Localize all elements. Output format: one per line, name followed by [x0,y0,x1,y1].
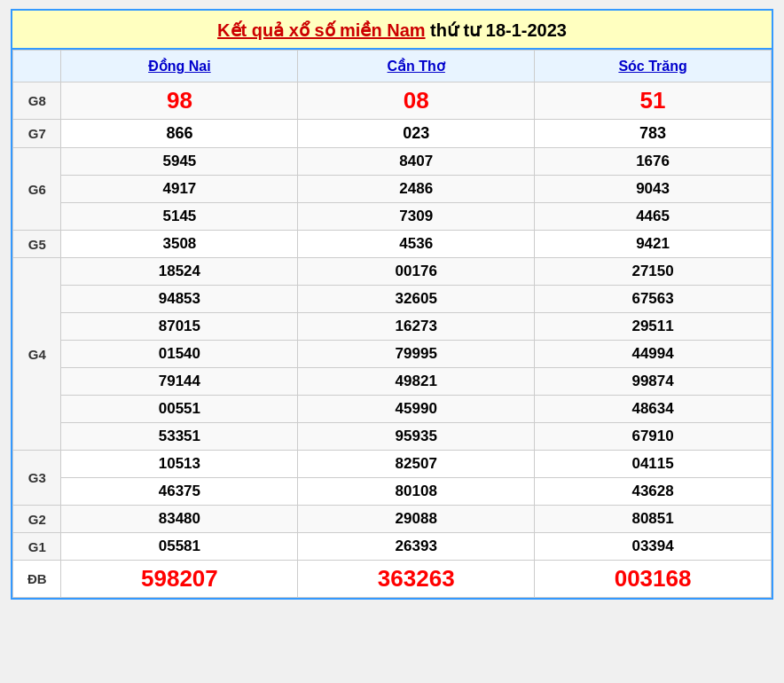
g6-label: G6 [13,148,61,231]
g4-can-tho-7: 95935 [298,423,535,451]
g8-label: G8 [13,82,61,120]
main-container: Kết quả xổ số miền Nam thứ tư 18-1-2023 … [11,9,773,600]
table-row-g4-5: 79144 49821 99874 [13,368,772,396]
g6-can-tho-2: 2486 [298,176,535,203]
g4-soc-trang-7: 67910 [535,423,772,451]
table-row-g6-3: 5145 7309 4465 [13,203,772,231]
g8-can-tho: 08 [298,82,535,120]
g6-soc-trang-2: 9043 [535,176,772,203]
table-row-g3-2: 46375 80108 43628 [13,478,772,506]
g4-soc-trang-6: 48634 [535,396,772,423]
g6-dong-nai-1: 5945 [61,148,298,176]
g6-can-tho-3: 7309 [298,203,535,231]
g7-label: G7 [13,120,61,148]
g1-dong-nai: 05581 [61,533,298,561]
g4-soc-trang-4: 44994 [535,341,772,368]
g7-dong-nai: 866 [61,120,298,148]
g4-dong-nai-7: 53351 [61,423,298,451]
g3-dong-nai-2: 46375 [61,478,298,506]
g2-soc-trang: 80851 [535,506,772,533]
g4-dong-nai-2: 94853 [61,286,298,313]
g4-dong-nai-5: 79144 [61,368,298,396]
g4-soc-trang-2: 67563 [535,286,772,313]
g7-soc-trang: 783 [535,120,772,148]
g4-soc-trang-1: 27150 [535,258,772,286]
g6-soc-trang-3: 4465 [535,203,772,231]
table-row-g1: G1 05581 26393 03394 [13,533,772,561]
table-row-g3-1: G3 10513 82507 04115 [13,451,772,478]
col-header-label [13,51,61,82]
g4-label: G4 [13,258,61,451]
g4-can-tho-6: 45990 [298,396,535,423]
g5-soc-trang: 9421 [535,231,772,258]
db-soc-trang: 003168 [535,561,772,598]
g4-dong-nai-4: 01540 [61,341,298,368]
g4-can-tho-5: 49821 [298,368,535,396]
table-row-g7: G7 866 023 783 [13,120,772,148]
g8-dong-nai: 98 [61,82,298,120]
g1-soc-trang: 03394 [535,533,772,561]
table-row-g4-3: 87015 16273 29511 [13,313,772,341]
db-dong-nai: 598207 [61,561,298,598]
g6-soc-trang-1: 1676 [535,148,772,176]
g3-soc-trang-2: 43628 [535,478,772,506]
date-text: thứ tư 18-1-2023 [426,20,567,40]
col-header-dong-nai[interactable]: Đồng Nai [61,51,298,82]
title-link[interactable]: Kết quả xổ số miền Nam [217,20,425,40]
g5-label: G5 [13,231,61,258]
col-header-can-tho[interactable]: Cần Thơ [298,51,535,82]
g5-dong-nai: 3508 [61,231,298,258]
g8-soc-trang: 51 [535,82,772,120]
table-row-g4-2: 94853 32605 67563 [13,286,772,313]
g4-can-tho-2: 32605 [298,286,535,313]
table-row-g5: G5 3508 4536 9421 [13,231,772,258]
g4-soc-trang-5: 99874 [535,368,772,396]
g3-label: G3 [13,451,61,506]
g3-can-tho-2: 80108 [298,478,535,506]
g4-can-tho-4: 79995 [298,341,535,368]
g3-dong-nai-1: 10513 [61,451,298,478]
g1-label: G1 [13,533,61,561]
table-row-db: ĐB 598207 363263 003168 [13,561,772,598]
table-row-g6-1: G6 5945 8407 1676 [13,148,772,176]
g7-can-tho: 023 [298,120,535,148]
page-header: Kết quả xổ số miền Nam thứ tư 18-1-2023 [12,11,772,50]
table-row-g4-6: 00551 45990 48634 [13,396,772,423]
g2-label: G2 [13,506,61,533]
g4-can-tho-1: 00176 [298,258,535,286]
table-row-g6-2: 4917 2486 9043 [13,176,772,203]
g4-soc-trang-3: 29511 [535,313,772,341]
g4-can-tho-3: 16273 [298,313,535,341]
g2-can-tho: 29088 [298,506,535,533]
g4-dong-nai-1: 18524 [61,258,298,286]
table-row-g2: G2 83480 29088 80851 [13,506,772,533]
g6-dong-nai-3: 5145 [61,203,298,231]
g6-dong-nai-2: 4917 [61,176,298,203]
g3-can-tho-1: 82507 [298,451,535,478]
g6-can-tho-1: 8407 [298,148,535,176]
db-can-tho: 363263 [298,561,535,598]
results-table: Đồng Nai Cần Thơ Sóc Trăng G8 98 08 51 G… [12,50,772,598]
g4-dong-nai-6: 00551 [61,396,298,423]
col-header-soc-trang[interactable]: Sóc Trăng [535,51,772,82]
g5-can-tho: 4536 [298,231,535,258]
g3-soc-trang-1: 04115 [535,451,772,478]
db-label: ĐB [13,561,61,598]
g1-can-tho: 26393 [298,533,535,561]
g2-dong-nai: 83480 [61,506,298,533]
g4-dong-nai-3: 87015 [61,313,298,341]
table-row-g4-7: 53351 95935 67910 [13,423,772,451]
table-row-g4-4: 01540 79995 44994 [13,341,772,368]
table-row-g8: G8 98 08 51 [13,82,772,120]
table-row-g4-1: G4 18524 00176 27150 [13,258,772,286]
